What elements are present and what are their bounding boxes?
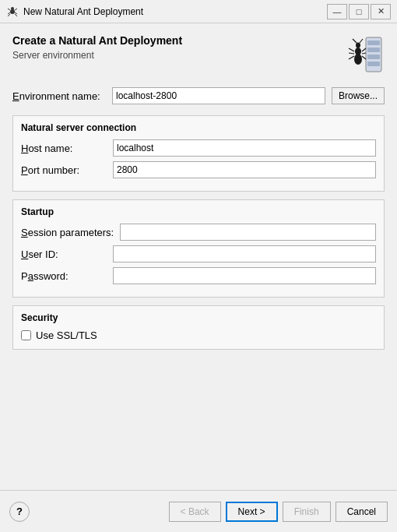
password-row: Password:	[21, 267, 376, 284]
browse-button[interactable]: Browse...	[332, 87, 385, 104]
hostname-row: Host name:	[21, 139, 376, 157]
security-section-title: Security	[21, 312, 376, 323]
svg-line-6	[8, 14, 10, 16]
ssl-checkbox[interactable]	[21, 330, 31, 340]
svg-line-20	[349, 56, 354, 59]
next-button[interactable]: Next >	[226, 502, 278, 522]
svg-line-7	[15, 14, 17, 16]
svg-line-19	[349, 53, 354, 54]
bottom-bar: ? < Back Next > Finish Cancel	[0, 490, 397, 532]
ant-icon-large	[344, 34, 385, 75]
svg-line-3	[15, 9, 17, 10]
svg-rect-10	[367, 48, 380, 52]
title-bar-title: New Natural Ant Deployment	[23, 6, 327, 17]
env-name-label: Environment name:	[12, 90, 106, 102]
connection-section: Natural server connection Host name: Por…	[12, 115, 385, 192]
svg-rect-11	[367, 55, 380, 59]
wizard-header-text: Create a Natural Ant Deployment Server e…	[12, 34, 182, 61]
connection-section-title: Natural server connection	[21, 122, 376, 133]
svg-line-4	[8, 12, 10, 14]
hostname-label: Host name:	[21, 143, 107, 154]
wizard-subheading: Server environment	[12, 50, 182, 61]
svg-line-21	[362, 48, 366, 51]
wizard-heading: Create a Natural Ant Deployment	[12, 34, 182, 47]
close-button[interactable]: ✕	[371, 4, 391, 19]
ssl-checkbox-row: Use SSL/TLS	[21, 329, 376, 341]
session-params-row: Session parameters:	[21, 224, 376, 241]
svg-line-23	[362, 56, 366, 59]
session-params-input[interactable]	[120, 224, 376, 241]
svg-line-16	[353, 39, 357, 43]
svg-line-2	[8, 9, 10, 10]
svg-point-1	[11, 7, 14, 10]
cancel-button[interactable]: Cancel	[336, 502, 388, 522]
svg-rect-9	[367, 41, 380, 45]
svg-line-17	[360, 39, 363, 43]
hostname-input[interactable]	[113, 139, 376, 157]
wizard-header: Create a Natural Ant Deployment Server e…	[12, 34, 385, 75]
svg-point-13	[354, 54, 362, 65]
startup-section: Startup Session parameters: User ID: Pas…	[12, 199, 385, 298]
minimize-button[interactable]: —	[327, 4, 347, 19]
svg-rect-12	[367, 62, 380, 66]
ssl-label[interactable]: Use SSL/TLS	[36, 329, 97, 341]
svg-point-14	[355, 48, 361, 55]
svg-point-15	[356, 43, 360, 48]
title-bar: New Natural Ant Deployment — □ ✕	[0, 0, 397, 23]
security-section: Security Use SSL/TLS	[12, 305, 385, 350]
title-bar-controls: — □ ✕	[327, 4, 391, 19]
help-button[interactable]: ?	[9, 502, 30, 522]
main-content: Create a Natural Ant Deployment Server e…	[0, 23, 397, 490]
password-input[interactable]	[113, 267, 376, 284]
svg-line-22	[362, 53, 366, 54]
env-name-row: Environment name: Browse...	[12, 87, 385, 104]
env-name-input[interactable]	[112, 87, 325, 104]
svg-line-5	[15, 12, 17, 14]
maximize-button[interactable]: □	[349, 4, 369, 19]
svg-line-18	[349, 48, 354, 51]
userid-row: User ID:	[21, 245, 376, 262]
back-button[interactable]: < Back	[169, 502, 221, 522]
port-label: Port number:	[21, 164, 107, 176]
port-row: Port number:	[21, 161, 376, 178]
startup-section-title: Startup	[21, 206, 376, 217]
ant-icon-small	[6, 5, 19, 18]
bottom-buttons: < Back Next > Finish Cancel	[169, 502, 388, 522]
password-label: Password:	[21, 270, 107, 282]
finish-button[interactable]: Finish	[283, 502, 331, 522]
userid-input[interactable]	[113, 245, 376, 262]
session-params-label: Session parameters:	[21, 227, 114, 238]
userid-label: User ID:	[21, 248, 107, 260]
port-input[interactable]	[113, 161, 376, 178]
